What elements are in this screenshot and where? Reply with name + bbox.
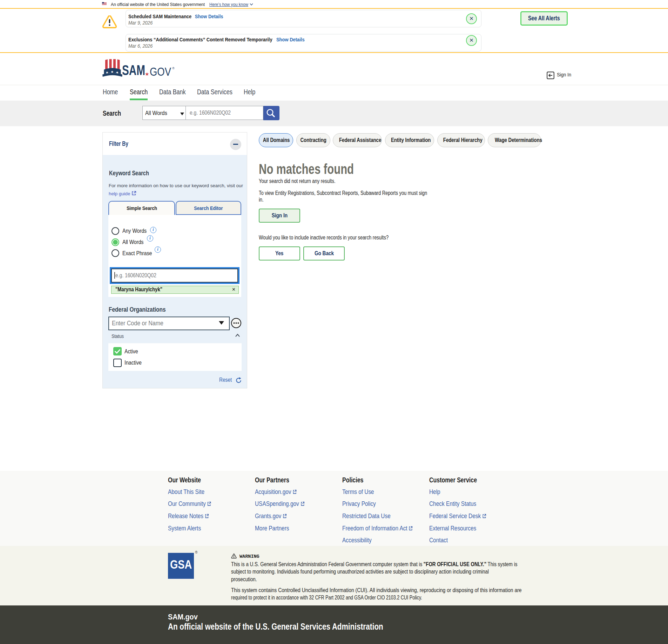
svg-text:GOV: GOV <box>150 65 171 78</box>
svg-text:SAM: SAM <box>122 62 145 78</box>
svg-text:★: ★ <box>145 71 149 77</box>
svg-text:®: ® <box>172 67 175 70</box>
